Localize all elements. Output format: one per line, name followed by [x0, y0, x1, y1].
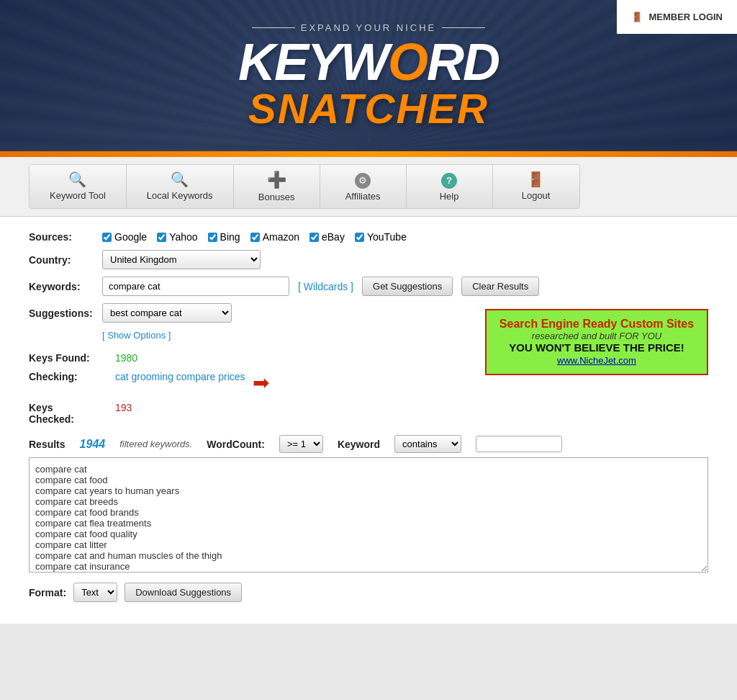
bonuses-icon: ➕ [267, 171, 286, 189]
source-bing[interactable]: Bing [208, 231, 240, 243]
ad-main: YOU WON'T BELIEVE THE PRICE! [498, 341, 695, 354]
member-login-button[interactable]: 🚪 MEMBER LOGIN [617, 0, 737, 34]
google-label: Google [114, 231, 147, 243]
results-count: 1944 [80, 438, 106, 451]
wordcount-select[interactable]: >= 1 >= 2 >= 3 [279, 435, 323, 453]
tab-keyword-tool-label: Keyword Tool [50, 190, 106, 201]
tab-logout-label: Logout [522, 190, 551, 201]
country-row: Country: United Kingdom United States [29, 250, 708, 269]
header-keyword: KEYWORD [238, 36, 499, 88]
tab-help-label: Help [440, 191, 459, 202]
source-yahoo[interactable]: Yahoo [157, 231, 197, 243]
main-content: Sources: Google Yahoo Bing Amazon eBay [0, 217, 737, 624]
tab-help[interactable]: ? Help [407, 165, 493, 208]
sources-label: Sources: [29, 231, 94, 243]
logout-icon: 🚪 [527, 171, 545, 188]
ebay-label: eBay [322, 231, 345, 243]
tab-local-keywords[interactable]: 🔍 Local Keywords [127, 165, 234, 208]
ad-link[interactable]: www.NicheJet.com [557, 355, 636, 366]
source-youtube[interactable]: YouTube [355, 231, 407, 243]
tab-logout[interactable]: 🚪 Logout [493, 165, 579, 208]
keys-found-row: Keys Found: 1980 [29, 352, 471, 364]
results-header: Results 1944 filtered keywords. WordCoun… [29, 435, 708, 453]
keys-found-label: Keys Found: [29, 352, 115, 364]
source-amazon[interactable]: Amazon [250, 231, 299, 243]
results-label: Results [29, 439, 65, 450]
clear-results-button[interactable]: Clear Results [461, 277, 539, 296]
wordcount-label: WordCount: [207, 439, 265, 450]
keyword-rd: RD [427, 33, 499, 91]
keys-checked-row: KeysChecked: 193 [29, 402, 708, 425]
country-select[interactable]: United Kingdom United States [102, 250, 261, 269]
yahoo-label: Yahoo [169, 231, 197, 243]
header-expand-text: EXPAND YOUR NICHE [238, 22, 499, 33]
footer-row: Format: Text CSV Download Suggestions [29, 583, 708, 609]
affiliates-icon: ⚙ [355, 171, 371, 189]
keyword-filter-label: Keyword [338, 439, 380, 450]
tab-local-keywords-label: Local Keywords [147, 190, 213, 201]
orange-divider [0, 151, 737, 157]
ad-banner[interactable]: Search Engine Ready Custom Sites researc… [485, 309, 708, 375]
amazon-checkbox[interactable] [250, 233, 260, 242]
results-filtered: filtered keywords. [119, 439, 192, 449]
source-ebay[interactable]: eBay [309, 231, 345, 243]
keywords-row: Keywords: [ Wildcards ] Get Suggestions … [29, 277, 708, 296]
header: EXPAND YOUR NICHE KEYWORD SNATCHER 🚪 MEM… [0, 0, 737, 151]
arrow-icon: ➡ [253, 371, 269, 395]
ad-title: Search Engine Ready Custom Sites [498, 318, 695, 331]
header-snatcher: SNATCHER [238, 88, 499, 130]
checking-row: Checking: cat grooming compare prices ➡ [29, 371, 471, 395]
suggestions-select[interactable]: best compare cat [102, 303, 232, 323]
tab-keyword-tool[interactable]: 🔍 Keyword Tool [30, 165, 127, 208]
tab-bonuses[interactable]: ➕ Bonuses [234, 165, 320, 208]
local-keywords-icon: 🔍 [171, 171, 189, 188]
get-suggestions-button[interactable]: Get Suggestions [362, 277, 453, 296]
nav-tab-list: 🔍 Keyword Tool 🔍 Local Keywords ➕ Bonuse… [29, 164, 580, 209]
suggestions-label: Suggestions: [29, 308, 94, 319]
sources-row: Sources: Google Yahoo Bing Amazon eBay [29, 231, 708, 243]
keyword-orange: O [388, 33, 427, 91]
keys-checked-label: KeysChecked: [29, 402, 115, 425]
keyword-white: KEYW [238, 33, 388, 91]
tab-bonuses-label: Bonuses [258, 192, 295, 202]
keyword-tool-icon: 🔍 [68, 171, 86, 188]
checking-label: Checking: [29, 371, 115, 382]
stats-section: Search Engine Ready Custom Sites researc… [29, 352, 708, 425]
youtube-checkbox[interactable] [355, 233, 364, 242]
bing-label: Bing [220, 231, 240, 243]
format-label: Format: [29, 587, 66, 598]
login-icon: 🚪 [631, 12, 643, 22]
help-icon: ? [441, 171, 457, 189]
wildcards-link[interactable]: [ Wildcards ] [298, 281, 353, 292]
sources-checkboxes: Google Yahoo Bing Amazon eBay YouTube [102, 231, 407, 243]
header-title: EXPAND YOUR NICHE KEYWORD SNATCHER [238, 22, 499, 130]
google-checkbox[interactable] [102, 233, 112, 242]
keyword-filter-input[interactable] [476, 436, 562, 452]
youtube-label: YouTube [367, 231, 407, 243]
checking-value: cat grooming compare prices [115, 371, 245, 382]
keys-found-value: 1980 [115, 352, 137, 364]
download-suggestions-button[interactable]: Download Suggestions [125, 583, 242, 602]
ebay-checkbox[interactable] [309, 233, 319, 242]
keyword-filter-select[interactable]: contains starts with [394, 435, 461, 453]
yahoo-checkbox[interactable] [157, 233, 166, 242]
ad-subtitle: researched and built FOR YOU [498, 331, 695, 341]
bing-checkbox[interactable] [208, 233, 217, 242]
keywords-input[interactable] [102, 277, 289, 296]
results-textarea[interactable]: compare cat compare cat food compare cat… [29, 457, 708, 573]
source-google[interactable]: Google [102, 231, 147, 243]
format-select[interactable]: Text CSV [73, 583, 117, 602]
tab-affiliates[interactable]: ⚙ Affiliates [320, 165, 407, 208]
keys-checked-value: 193 [115, 402, 132, 413]
navigation: 🔍 Keyword Tool 🔍 Local Keywords ➕ Bonuse… [0, 157, 737, 217]
keywords-label: Keywords: [29, 281, 94, 292]
country-label: Country: [29, 254, 94, 266]
tab-affiliates-label: Affiliates [345, 191, 381, 202]
member-login-label: MEMBER LOGIN [648, 12, 723, 22]
amazon-label: Amazon [263, 231, 299, 243]
